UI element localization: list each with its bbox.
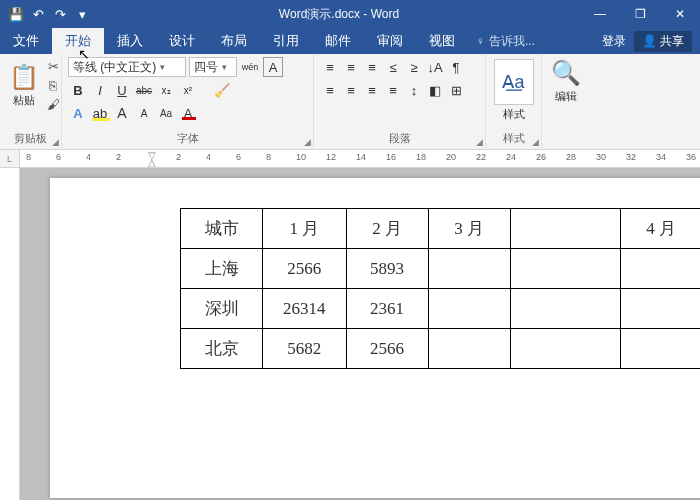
table-cell[interactable] — [428, 329, 510, 369]
pinyin-guide-icon[interactable]: wén — [240, 57, 260, 77]
table-row: 北京 5682 2566 — [181, 329, 701, 369]
table-cell[interactable] — [510, 249, 620, 289]
table-header[interactable]: 2 月 — [346, 209, 428, 249]
table-cell[interactable]: 北京 — [181, 329, 263, 369]
format-painter-icon[interactable]: 🖌 — [44, 95, 62, 113]
table-cell[interactable] — [510, 329, 620, 369]
grow-font-button[interactable]: A — [112, 103, 132, 123]
font-name-combo[interactable]: 等线 (中文正文)▾ — [68, 57, 186, 77]
table-row: 上海 2566 5893 — [181, 249, 701, 289]
change-case-button[interactable]: Aa — [156, 103, 176, 123]
table-cell[interactable]: 26314 — [263, 289, 347, 329]
tab-references[interactable]: 引用 — [260, 28, 312, 54]
subscript-button[interactable]: x₂ — [156, 80, 176, 100]
table-cell[interactable]: 深圳 — [181, 289, 263, 329]
editing-menu[interactable]: 🔍 编辑 — [548, 57, 584, 106]
sort-button[interactable]: ↓A — [425, 57, 445, 77]
group-styles-label: 样式 — [492, 130, 535, 147]
shrink-font-button[interactable]: A — [134, 103, 154, 123]
table-header[interactable]: 城市 — [181, 209, 263, 249]
bullets-button[interactable]: ≡ — [320, 57, 340, 77]
share-button[interactable]: 👤共享 — [634, 31, 692, 52]
table-cell[interactable]: 上海 — [181, 249, 263, 289]
underline-button[interactable]: U — [112, 80, 132, 100]
table-cell[interactable] — [428, 249, 510, 289]
strike-button[interactable]: abc — [134, 80, 154, 100]
horizontal-ruler[interactable]: 8 6 4 2 2 4 6 8 10 12 14 16 18 20 22 24 … — [20, 150, 700, 168]
table-cell[interactable]: 5893 — [346, 249, 428, 289]
vertical-ruler[interactable] — [0, 168, 20, 500]
table-cell[interactable]: 5682 — [263, 329, 347, 369]
align-right-button[interactable]: ≡ — [362, 80, 382, 100]
minimize-button[interactable]: — — [580, 0, 620, 28]
table-header[interactable] — [510, 209, 620, 249]
align-center-button[interactable]: ≡ — [341, 80, 361, 100]
increase-indent-button[interactable]: ≥ — [404, 57, 424, 77]
paste-button[interactable]: 📋 粘贴 — [6, 57, 42, 113]
data-table[interactable]: 城市 1 月 2 月 3 月 4 月 上海 2566 5893 深圳 — [180, 208, 700, 369]
styles-gallery[interactable]: A͟a 样式 — [492, 57, 535, 124]
styles-launcher-icon[interactable]: ◢ — [532, 137, 539, 147]
bold-button[interactable]: B — [68, 80, 88, 100]
window-title: Word演示.docx - Word — [98, 6, 580, 23]
table-cell[interactable] — [620, 289, 700, 329]
borders-button[interactable]: ⊞ — [446, 80, 466, 100]
tab-view[interactable]: 视图 — [416, 28, 468, 54]
tab-insert[interactable]: 插入 — [104, 28, 156, 54]
paragraph-launcher-icon[interactable]: ◢ — [476, 137, 483, 147]
undo-icon[interactable]: ↶ — [28, 4, 48, 24]
table-cell[interactable]: 2361 — [346, 289, 428, 329]
show-marks-button[interactable]: ¶ — [446, 57, 466, 77]
clear-format-icon[interactable]: 🧹 — [212, 80, 232, 100]
align-left-button[interactable]: ≡ — [320, 80, 340, 100]
table-header[interactable]: 1 月 — [263, 209, 347, 249]
tab-home[interactable]: 开始 — [52, 28, 104, 54]
char-border-icon[interactable]: A — [263, 57, 283, 77]
table-header[interactable]: 4 月 — [620, 209, 700, 249]
multilevel-button[interactable]: ≡ — [362, 57, 382, 77]
clipboard-launcher-icon[interactable]: ◢ — [52, 137, 59, 147]
ruler-corner[interactable]: L — [0, 150, 20, 168]
tab-design[interactable]: 设计 — [156, 28, 208, 54]
group-clipboard-label: 剪贴板 — [6, 130, 55, 147]
group-font-label: 字体 — [68, 130, 307, 147]
font-launcher-icon[interactable]: ◢ — [304, 137, 311, 147]
page: 城市 1 月 2 月 3 月 4 月 上海 2566 5893 深圳 — [50, 178, 700, 498]
save-icon[interactable]: 💾 — [6, 4, 26, 24]
close-button[interactable]: ✕ — [660, 0, 700, 28]
document-viewport[interactable]: 城市 1 月 2 月 3 月 4 月 上海 2566 5893 深圳 — [20, 168, 700, 500]
tab-file[interactable]: 文件 — [0, 28, 52, 54]
table-cell[interactable]: 2566 — [263, 249, 347, 289]
maximize-button[interactable]: ❐ — [620, 0, 660, 28]
tab-layout[interactable]: 布局 — [208, 28, 260, 54]
tab-mail[interactable]: 邮件 — [312, 28, 364, 54]
italic-button[interactable]: I — [90, 80, 110, 100]
highlight-button[interactable]: ab — [90, 103, 110, 123]
table-cell[interactable] — [428, 289, 510, 329]
table-cell[interactable] — [510, 289, 620, 329]
font-size-combo[interactable]: 四号▾ — [189, 57, 237, 77]
superscript-button[interactable]: x² — [178, 80, 198, 100]
table-row: 深圳 26314 2361 — [181, 289, 701, 329]
cut-icon[interactable]: ✂ — [44, 57, 62, 75]
line-spacing-button[interactable]: ↕ — [404, 80, 424, 100]
table-header[interactable]: 3 月 — [428, 209, 510, 249]
table-cell[interactable] — [620, 249, 700, 289]
login-link[interactable]: 登录 — [602, 33, 626, 50]
tab-review[interactable]: 审阅 — [364, 28, 416, 54]
shading-button[interactable]: ◧ — [425, 80, 445, 100]
copy-icon[interactable]: ⎘ — [44, 76, 62, 94]
indent-hanging-marker[interactable]: △ — [148, 157, 156, 168]
redo-icon[interactable]: ↷ — [50, 4, 70, 24]
table-cell[interactable] — [620, 329, 700, 369]
table-row: 城市 1 月 2 月 3 月 4 月 — [181, 209, 701, 249]
text-effects-button[interactable]: A — [68, 103, 88, 123]
qat-customize-icon[interactable]: ▾ — [72, 4, 92, 24]
tell-me[interactable]: ♀告诉我... — [468, 28, 543, 54]
styles-icon: A͟a — [502, 71, 524, 93]
numbering-button[interactable]: ≡ — [341, 57, 361, 77]
align-justify-button[interactable]: ≡ — [383, 80, 403, 100]
decrease-indent-button[interactable]: ≤ — [383, 57, 403, 77]
font-color-button[interactable]: A — [178, 103, 198, 123]
table-cell[interactable]: 2566 — [346, 329, 428, 369]
